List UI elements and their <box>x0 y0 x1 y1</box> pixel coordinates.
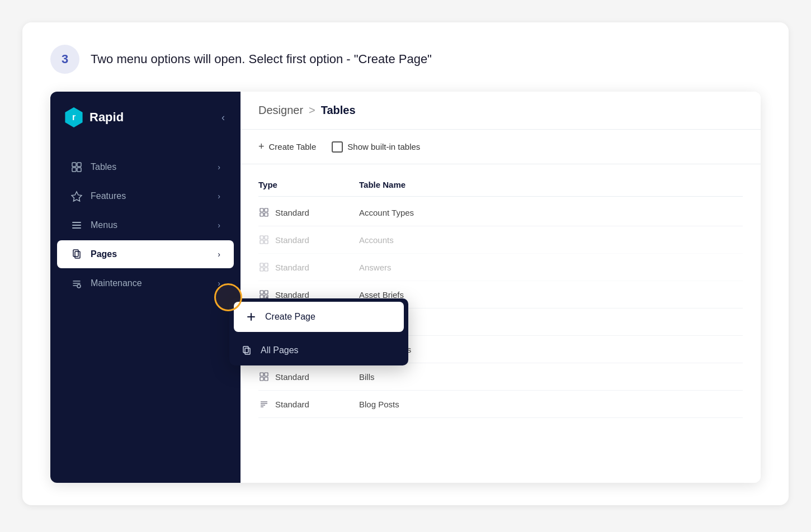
main-content: Designer > Tables + Create Table Show bu… <box>241 92 761 483</box>
name-cell: Asset Briefs <box>359 290 743 300</box>
plus-icon: + <box>258 141 265 153</box>
name-cell: Account Types <box>359 208 743 217</box>
sidebar-item-maintenance[interactable]: Maintenance › <box>57 269 234 297</box>
name-cell: Accounts <box>359 235 743 245</box>
grid-icon <box>258 234 270 245</box>
svg-rect-39 <box>265 377 268 381</box>
svg-rect-7 <box>73 250 78 256</box>
svg-rect-18 <box>265 236 268 239</box>
menus-icon <box>70 219 83 231</box>
sidebar-nav: Tables › Features › <box>50 143 241 307</box>
sidebar-item-features[interactable]: Features › <box>57 182 234 210</box>
svg-point-12 <box>77 284 81 288</box>
maintenance-icon <box>70 277 83 289</box>
show-built-in-button[interactable]: Show built-in tables <box>332 141 420 153</box>
pages-label: Pages <box>91 249 117 259</box>
plus-icon <box>245 311 257 323</box>
svg-rect-46 <box>243 346 248 353</box>
name-value: Accounts <box>359 235 394 245</box>
type-cell: Standard <box>258 262 359 273</box>
svg-rect-16 <box>265 213 268 216</box>
table-row: Standard Blog Posts <box>258 391 743 418</box>
type-cell: Standard <box>258 234 359 245</box>
rapid-logo-icon <box>64 107 84 127</box>
logo-area: Rapid <box>64 107 124 127</box>
features-chevron: › <box>218 192 220 201</box>
table-row: Standard Answers <box>258 254 743 281</box>
name-value: Bills <box>359 372 375 382</box>
col-name-header: Table Name <box>359 180 743 189</box>
svg-rect-4 <box>72 222 81 223</box>
features-icon <box>70 190 83 202</box>
tables-label: Tables <box>91 162 116 172</box>
name-value: Blog Posts <box>359 400 399 409</box>
lines-icon <box>258 398 270 410</box>
sidebar-item-tables[interactable]: Tables › <box>57 153 234 181</box>
svg-rect-38 <box>260 377 263 381</box>
breadcrumb-parent: Designer <box>258 104 303 117</box>
svg-rect-19 <box>260 240 263 244</box>
name-cell: Bill Line Items <box>359 345 743 354</box>
sidebar-item-menus[interactable]: Menus › <box>57 211 234 239</box>
name-value: Asset Briefs <box>359 290 404 300</box>
breadcrumb-separator: > <box>309 104 315 117</box>
name-cell: Attendees <box>359 317 743 327</box>
svg-rect-13 <box>260 208 263 212</box>
dropdown-item-create-page[interactable]: Create Page <box>234 302 404 332</box>
svg-rect-14 <box>265 208 268 212</box>
type-value: Standard <box>275 208 309 217</box>
grid-icon <box>258 207 270 218</box>
svg-rect-21 <box>260 263 263 267</box>
svg-rect-17 <box>260 236 263 239</box>
pages-icon <box>70 248 83 260</box>
table-row: Standard Account Types <box>258 199 743 226</box>
svg-rect-8 <box>75 251 80 258</box>
svg-rect-37 <box>265 373 268 376</box>
type-value: Standard <box>275 372 309 382</box>
svg-rect-0 <box>72 163 76 167</box>
sidebar-collapse-button[interactable]: ‹ <box>219 110 227 126</box>
sidebar: Rapid ‹ <box>50 92 241 483</box>
step-number: 3 <box>50 45 79 74</box>
type-value: Standard <box>275 400 309 409</box>
svg-rect-23 <box>260 268 263 271</box>
svg-rect-2 <box>72 168 76 172</box>
create-table-button[interactable]: + Create Table <box>258 141 316 153</box>
svg-rect-6 <box>72 227 81 229</box>
svg-rect-26 <box>265 291 268 294</box>
step-description: Two menu options will open. Select first… <box>91 52 432 66</box>
breadcrumb-current: Tables <box>321 104 356 117</box>
col-type-header: Type <box>258 180 359 189</box>
svg-rect-1 <box>77 163 81 167</box>
show-built-in-label: Show built-in tables <box>347 142 420 151</box>
type-cell: Standard <box>258 371 359 382</box>
dropdown-item-all-pages[interactable]: All Pages <box>229 335 408 365</box>
name-cell: Blog Posts <box>359 400 743 409</box>
logo-text: Rapid <box>89 110 124 125</box>
type-value: Standard <box>275 235 309 245</box>
svg-rect-22 <box>265 263 268 267</box>
table-area: Type Table Name <box>241 164 761 427</box>
type-value: Standard <box>275 263 309 272</box>
sidebar-header: Rapid ‹ <box>50 92 241 143</box>
name-cell: Bills <box>359 372 743 382</box>
features-label: Features <box>91 191 126 201</box>
sidebar-item-pages[interactable]: Pages › <box>57 240 234 268</box>
svg-rect-24 <box>265 268 268 271</box>
grid-icon <box>258 262 270 273</box>
table-header-row: Type Table Name <box>258 173 743 197</box>
svg-rect-15 <box>260 213 263 216</box>
step-header: 3 Two menu options will open. Select fir… <box>50 45 761 74</box>
create-table-label: Create Table <box>269 142 317 151</box>
content-toolbar: + Create Table Show built-in tables <box>241 130 761 164</box>
name-value: Account Types <box>359 208 414 217</box>
table-row: Standard Accounts <box>258 226 743 254</box>
pages-copy-icon <box>241 344 253 357</box>
dropdown-menu: Create Page All Pages <box>229 298 408 365</box>
dropdown-item-label: Create Page <box>265 312 315 322</box>
tables-icon <box>70 161 83 173</box>
maintenance-label: Maintenance <box>91 278 142 288</box>
dropdown-item-label: All Pages <box>261 345 299 355</box>
checkbox-icon <box>332 141 343 153</box>
type-cell: Standard <box>258 398 359 410</box>
